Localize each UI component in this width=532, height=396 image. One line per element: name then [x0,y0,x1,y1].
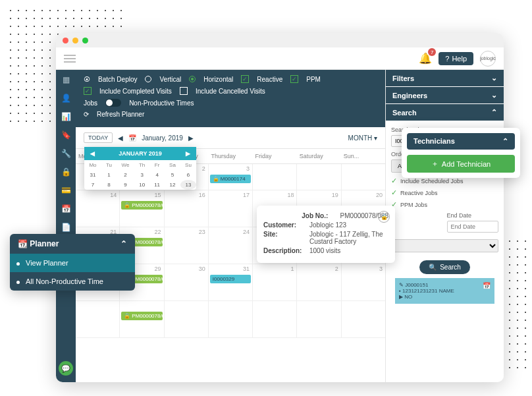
refresh-planner-button[interactable]: Refresh Planner [97,111,144,118]
brand-logo[interactable]: joblogic [480,51,496,67]
dp-day[interactable]: 11 [149,180,165,190]
calendar-icon[interactable]: 📅 [61,204,71,213]
engineers-accordion[interactable]: Engineers⌄ [386,87,504,103]
day-cell[interactable]: 24 [209,227,253,264]
wrench-icon[interactable]: 🔧 [61,149,71,158]
day-cell[interactable] [342,301,385,337]
right-panel: Filters⌄ Engineers⌄ Search⌃ Search Jobs … [385,70,504,382]
refresh-icon[interactable]: ⟳ [84,111,89,118]
horizontal-radio[interactable] [189,76,196,82]
add-technician-button[interactable]: ＋Add Technician [407,155,515,173]
dp-day[interactable]: 6 [180,170,196,180]
day-cell[interactable]: 2 [297,264,341,300]
maximize-window-icon[interactable] [82,38,88,43]
dp-day[interactable]: 3 [134,170,149,180]
dp-day[interactable]: 9 [117,180,134,190]
dp-day[interactable]: 10 [134,180,149,190]
help-button[interactable]: ?Help [439,52,473,65]
day-cell[interactable]: 1 [253,264,297,300]
filters-accordion[interactable]: Filters⌄ [386,70,504,86]
prev-month-icon[interactable]: ◀ [118,134,123,142]
chevron-down-icon: ⌄ [491,74,497,82]
day-cell[interactable] [342,164,385,190]
analytics-icon[interactable]: 📊 [61,112,71,121]
top-bar: 🔔7 ?Help joblogic [56,47,504,70]
event-tooltip: 🔒 Job No.:PM0000078/088 Customer:Joblogi… [257,206,395,263]
day-cell[interactable] [297,164,341,190]
dp-day[interactable]: 2 [117,170,134,180]
day-cell[interactable]: 3🔒M0000174 [209,164,253,190]
dp-day[interactable]: 8 [101,180,117,190]
calendar-event[interactable]: 🔒PM0000078/051 [121,312,162,320]
day-cell[interactable]: 14 [76,190,120,227]
notification-bell-icon[interactable]: 🔔7 [419,52,432,65]
close-window-icon[interactable] [63,38,68,43]
day-cell[interactable] [253,164,297,190]
end-date-input[interactable] [447,221,499,233]
chevron-down-icon: ⌄ [491,91,497,99]
month-year-label[interactable]: January, 2019 [142,134,183,142]
dp-day[interactable]: 4 [149,170,165,180]
day-cell[interactable]: 🔒PM0000078/051 [120,301,164,337]
dp-day[interactable]: 7 [84,180,101,190]
dp-day[interactable]: 1 [101,170,117,180]
view-selector[interactable]: MONTH [348,134,373,142]
all-nonproductive-item[interactable]: All Non-Productive Time [10,272,135,291]
day-cell[interactable]: 3 [342,264,385,300]
user-icon[interactable]: 👤 [61,94,71,103]
next-month-icon[interactable]: ▶ [188,134,194,142]
day-cell[interactable] [253,301,297,337]
day-cell[interactable] [209,301,253,337]
day-cell[interactable]: 30 [165,264,209,300]
include-completed-checkbox[interactable]: ✓ [84,87,92,95]
search-result-card[interactable]: 📅 ✎ J0000151 ▪ 123121231231 NAME ▶ NO [395,278,494,304]
day-cell[interactable] [297,301,341,337]
today-button[interactable]: TODAY [84,132,113,143]
dropdown-icon[interactable]: ▾ [374,134,377,142]
dp-day-selected[interactable]: 13 [180,180,196,190]
minimize-window-icon[interactable] [72,38,78,43]
view-planner-item[interactable]: View Planner [10,254,135,272]
batch-deploy-icon[interactable]: ⦿ [84,76,90,83]
document-icon[interactable]: 📄 [61,223,71,232]
calendar-event[interactable]: I0000329 [210,275,251,283]
calendar-small-icon[interactable]: 📅 [128,134,136,142]
jobs-toggle[interactable] [105,99,121,107]
calendar-event[interactable]: 🔒M0000174 [210,175,251,183]
planner-toolbar: ⦿ Batch Deploy Vertical Horizontal ✓Reac… [76,70,385,127]
reactive-checkbox[interactable]: ✓ [241,75,249,83]
planner-header[interactable]: 📆 Planner⌃ [10,234,135,254]
calendar-event[interactable]: 🔒PM0000078/048 [121,201,162,210]
lock-icon[interactable]: 🔒 [61,167,71,177]
day-cell[interactable]: 15🔒PM0000078/048 [120,190,164,227]
help-icon: ? [445,55,449,63]
menu-icon[interactable] [64,55,76,63]
dp-day[interactable]: 5 [165,170,180,180]
search-button[interactable]: 🔍Search [419,260,470,274]
chat-button[interactable]: 💬 [59,361,73,376]
include-scheduled-checkbox[interactable]: ✓ [391,177,397,185]
dashboard-icon[interactable]: ▦ [63,75,70,84]
extra-select[interactable] [391,239,498,252]
card-icon[interactable]: 💳 [61,186,71,195]
chevron-up-icon: ⌃ [502,137,508,146]
technicians-header[interactable]: Technicians⌃ [407,133,515,150]
next-month-arrow[interactable]: ▶ [183,150,193,157]
include-cancelled-checkbox[interactable]: ✓ [180,87,188,95]
day-cell[interactable]: 16 [165,190,209,227]
ppm-checkbox[interactable]: ✓ [290,75,298,83]
reactive-jobs-checkbox[interactable]: ✓ [391,188,397,197]
planner-icon: 📆 [18,239,28,248]
dp-day[interactable]: 31 [84,170,101,180]
day-cell[interactable] [76,301,120,337]
prev-month-arrow[interactable]: ◀ [88,150,97,157]
vertical-radio[interactable] [145,76,151,82]
tag-icon[interactable]: 🔖 [61,130,71,140]
dp-day[interactable]: 12 [165,180,180,190]
day-cell[interactable] [165,301,209,337]
day-cell[interactable]: 31I0000329 [209,264,253,300]
day-cell[interactable]: 23 [165,227,209,264]
chevron-up-icon: ⌃ [491,108,497,117]
day-cell[interactable]: 17 [209,190,253,227]
search-accordion[interactable]: Search⌃ [386,104,504,121]
